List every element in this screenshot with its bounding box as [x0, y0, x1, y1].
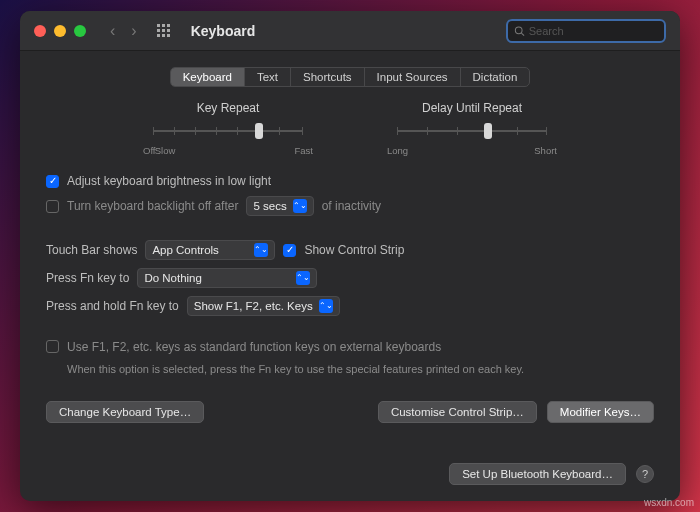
- row-touchbar: Touch Bar shows App Controls ⌃⌄ Show Con…: [46, 240, 654, 260]
- window-title: Keyboard: [191, 23, 256, 39]
- select-touchbar[interactable]: App Controls ⌃⌄: [145, 240, 275, 260]
- delay-short: Short: [534, 145, 557, 156]
- label-adjust-brightness: Adjust keyboard brightness in low light: [67, 174, 271, 188]
- label-hold-fn: Press and hold Fn key to: [46, 299, 179, 313]
- select-fn[interactable]: Do Nothing ⌃⌄: [137, 268, 317, 288]
- tab-shortcuts[interactable]: Shortcuts: [291, 68, 365, 86]
- back-button[interactable]: ‹: [110, 22, 115, 40]
- traffic-lights: [34, 25, 86, 37]
- search-icon: [514, 25, 525, 37]
- svg-point-0: [515, 26, 522, 33]
- minimize-icon[interactable]: [54, 25, 66, 37]
- titlebar: ‹ › Keyboard: [20, 11, 680, 51]
- zoom-icon[interactable]: [74, 25, 86, 37]
- label-touchbar: Touch Bar shows: [46, 243, 137, 257]
- nav-arrows: ‹ ›: [110, 22, 137, 40]
- select-backlight-timeout[interactable]: 5 secs ⌃⌄: [246, 196, 313, 216]
- label-inactivity: of inactivity: [322, 199, 381, 213]
- row-adjust-brightness: Adjust keyboard brightness in low light: [46, 174, 654, 188]
- prefs-window: ‹ › Keyboard Keyboard Text Shortcuts Inp…: [20, 11, 680, 501]
- help-button[interactable]: ?: [636, 465, 654, 483]
- forward-button[interactable]: ›: [131, 22, 136, 40]
- show-all-icon[interactable]: [157, 24, 171, 38]
- footer: Set Up Bluetooth Keyboard… ?: [20, 463, 680, 501]
- label-backlight-off: Turn keyboard backlight off after: [67, 199, 238, 213]
- setup-bluetooth-button[interactable]: Set Up Bluetooth Keyboard…: [449, 463, 626, 485]
- delay-label: Delay Until Repeat: [422, 101, 522, 115]
- tab-dictation[interactable]: Dictation: [461, 68, 530, 86]
- row-fn-standard: Use F1, F2, etc. keys as standard functi…: [46, 340, 654, 354]
- key-repeat-fast: Fast: [295, 145, 313, 156]
- delay-slider[interactable]: [397, 121, 547, 141]
- svg-line-1: [521, 33, 524, 36]
- tab-keyboard[interactable]: Keyboard: [171, 68, 245, 86]
- search-input[interactable]: [529, 25, 658, 37]
- button-row: Change Keyboard Type… Customise Control …: [46, 401, 654, 423]
- delay-block: Delay Until Repeat Long Short: [372, 101, 572, 156]
- checkbox-show-control-strip[interactable]: [283, 244, 296, 257]
- checkbox-backlight-off[interactable]: [46, 200, 59, 213]
- slider-section: Key Repeat Off Slow Fast Delay Until Rep…: [106, 101, 594, 156]
- customise-control-strip-button[interactable]: Customise Control Strip…: [378, 401, 537, 423]
- tab-bar: Keyboard Text Shortcuts Input Sources Di…: [46, 67, 654, 87]
- checkbox-fn-standard[interactable]: [46, 340, 59, 353]
- modifier-keys-button[interactable]: Modifier Keys…: [547, 401, 654, 423]
- watermark: wsxdn.com: [644, 497, 694, 508]
- key-repeat-off: Off: [143, 145, 156, 156]
- tab-input-sources[interactable]: Input Sources: [365, 68, 461, 86]
- chevron-updown-icon: ⌃⌄: [296, 271, 310, 285]
- key-repeat-label: Key Repeat: [197, 101, 260, 115]
- chevron-updown-icon: ⌃⌄: [319, 299, 333, 313]
- change-keyboard-type-button[interactable]: Change Keyboard Type…: [46, 401, 204, 423]
- key-repeat-slider[interactable]: [153, 121, 303, 141]
- note-fn-standard: When this option is selected, press the …: [67, 362, 587, 377]
- label-show-control-strip: Show Control Strip: [304, 243, 404, 257]
- label-fn: Press Fn key to: [46, 271, 129, 285]
- key-repeat-slow: Slow: [155, 145, 176, 156]
- search-field[interactable]: [506, 19, 666, 43]
- label-fn-standard: Use F1, F2, etc. keys as standard functi…: [67, 340, 441, 354]
- chevron-updown-icon: ⌃⌄: [254, 243, 268, 257]
- checkbox-adjust-brightness[interactable]: [46, 175, 59, 188]
- row-fn: Press Fn key to Do Nothing ⌃⌄: [46, 268, 654, 288]
- delay-long: Long: [387, 145, 408, 156]
- select-hold-fn[interactable]: Show F1, F2, etc. Keys ⌃⌄: [187, 296, 340, 316]
- tab-text[interactable]: Text: [245, 68, 291, 86]
- row-backlight-off: Turn keyboard backlight off after 5 secs…: [46, 196, 654, 216]
- content-area: Keyboard Text Shortcuts Input Sources Di…: [20, 51, 680, 463]
- close-icon[interactable]: [34, 25, 46, 37]
- chevron-updown-icon: ⌃⌄: [293, 199, 307, 213]
- row-hold-fn: Press and hold Fn key to Show F1, F2, et…: [46, 296, 654, 316]
- key-repeat-block: Key Repeat Off Slow Fast: [128, 101, 328, 156]
